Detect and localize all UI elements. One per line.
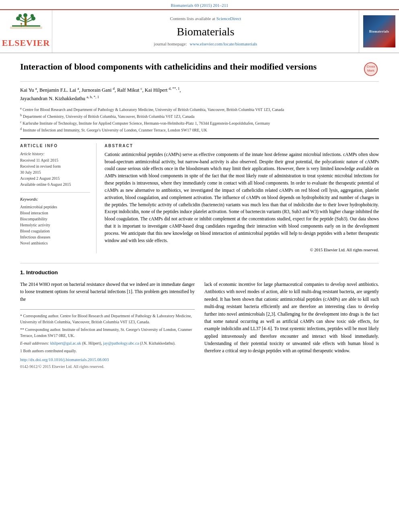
svg-point-10	[23, 13, 27, 17]
email-label: E-mail addresses:	[20, 341, 49, 345]
svg-point-9	[31, 16, 35, 21]
article-info-label: ARTICLE INFO	[20, 143, 90, 149]
revised-date: 30 July 2015	[20, 170, 90, 175]
journal-cover-image: Biomaterials	[359, 10, 399, 53]
keyword-4: Hemolytic activity	[20, 222, 90, 228]
article-history: Article history: Received 11 April 2015 …	[20, 151, 90, 187]
article-title-section: Interaction of blood components with cat…	[20, 61, 379, 82]
divider	[20, 192, 90, 193]
footnotes: * Corresponding author. Centre for Blood…	[20, 309, 195, 354]
keyword-3: Biocompatibility	[20, 216, 90, 222]
intro-left-col: The 2014 WHO report on bacterial resista…	[20, 281, 195, 370]
affiliation-a: a Centre for Blood Research and Departme…	[20, 106, 379, 113]
journal-title: Biomaterials	[177, 24, 234, 39]
copyright-line: © 2015 Elsevier Ltd. All rights reserved…	[105, 247, 379, 253]
keywords-section: Keywords: Antimicrobial peptides Blood i…	[20, 197, 90, 246]
sciencedirect-link[interactable]: ScienceDirect	[216, 16, 241, 21]
history-label: Article history:	[20, 151, 90, 157]
svg-rect-11	[10, 27, 42, 29]
intro-heading: 1. Introduction	[20, 269, 379, 277]
available-date: Available online 6 August 2015	[20, 182, 90, 187]
cover-thumbnail: Biomaterials	[363, 15, 395, 47]
journal-ref-text: Biomaterials 69 (2015) 201–211	[171, 3, 228, 8]
affiliation-c: c Karlsruhe Institute of Technology, Ins…	[20, 120, 379, 126]
article-title: Interaction of blood components with cat…	[20, 61, 357, 73]
article-info-col: ARTICLE INFO Article history: Received 1…	[20, 143, 97, 253]
accepted-date: Accepted 2 August 2015	[20, 176, 90, 181]
keyword-6: Infectious diseases	[20, 234, 90, 240]
elsevier-logo-section: ELSEVIER	[0, 10, 52, 53]
journal-reference: Biomaterials 69 (2015) 201–211	[0, 0, 399, 9]
journal-header-center: Contents lists available at ScienceDirec…	[52, 10, 359, 53]
svg-text:Cross: Cross	[367, 65, 375, 68]
keyword-7: Novel antibiotics	[20, 240, 90, 246]
introduction-section: 1. Introduction The 2014 WHO report on b…	[20, 263, 379, 370]
article-info-abstract: ARTICLE INFO Article history: Received 1…	[20, 138, 379, 253]
doi-line: http://dx.doi.org/10.1016/j.biomaterials…	[20, 357, 195, 363]
main-content: Interaction of blood components with cat…	[0, 53, 399, 378]
intro-right-col: lack of economic incentive for large pha…	[204, 281, 379, 370]
email-jay[interactable]: jay@pathology.ubc.ca	[103, 341, 139, 345]
homepage-label: journal homepage:	[154, 41, 187, 46]
footnote-corresponding1: * Corresponding author. Centre for Blood…	[20, 313, 195, 325]
intro-left-text: The 2014 WHO report on bacterial resista…	[20, 281, 195, 303]
contents-text: Contents lists available at	[170, 16, 215, 21]
affiliations: a Centre for Blood Research and Departme…	[20, 106, 379, 134]
email-hilpert[interactable]: khilpert@gul.ac.uk	[50, 341, 81, 345]
received-revised-label: Received in revised form	[20, 164, 90, 169]
affiliation-b: b Department of Chemistry, University of…	[20, 113, 379, 119]
keywords-label: Keywords:	[20, 197, 90, 203]
abstract-text: Cationic antimicrobial peptides (cAMPs) …	[105, 151, 379, 244]
elsevier-tree-logo	[10, 13, 42, 35]
authors-line: Kai Yu a, Benjamin F.L. Lai a, Jurnorain…	[20, 86, 379, 103]
svg-point-12	[21, 23, 22, 25]
svg-text:Mark: Mark	[367, 69, 375, 72]
footnote-corresponding2: ** Corresponding author. Institute of In…	[20, 327, 195, 339]
contents-available-line: Contents lists available at ScienceDirec…	[170, 16, 241, 22]
elsevier-wordmark: ELSEVIER	[2, 37, 50, 49]
issn-line: 0142-9612/© 2015 Elsevier Ltd. All right…	[20, 364, 195, 370]
crossmark-logo[interactable]: Cross Mark	[363, 61, 379, 77]
journal-header: ELSEVIER Contents lists available at Sci…	[0, 9, 399, 53]
affiliation-d: d Institute of Infection and Immunity, S…	[20, 127, 379, 133]
footnote-equal-contrib: 1 Both authors contributed equally.	[20, 348, 195, 354]
intro-two-col: The 2014 WHO report on bacterial resista…	[20, 281, 379, 370]
keyword-5: Blood coagulation	[20, 228, 90, 234]
doi-link[interactable]: http://dx.doi.org/10.1016/j.biomaterials…	[20, 357, 109, 362]
received-date: Received 11 April 2015	[20, 158, 90, 163]
intro-right-text: lack of economic incentive for large pha…	[204, 281, 379, 355]
keyword-1: Antimicrobial peptides	[20, 204, 90, 210]
abstract-label: ABSTRACT	[105, 143, 379, 149]
homepage-url[interactable]: www.elsevier.com/locate/biomaterials	[190, 41, 257, 46]
svg-point-7	[19, 14, 22, 17]
abstract-col: ABSTRACT Cationic antimicrobial peptides…	[105, 143, 379, 253]
keyword-2: Blood interaction	[20, 210, 90, 216]
cover-label-text: Biomaterials	[369, 29, 389, 34]
footnote-emails: E-mail addresses: khilpert@gul.ac.uk (K.…	[20, 340, 195, 346]
journal-homepage-line: journal homepage: www.elsevier.com/locat…	[154, 41, 257, 47]
